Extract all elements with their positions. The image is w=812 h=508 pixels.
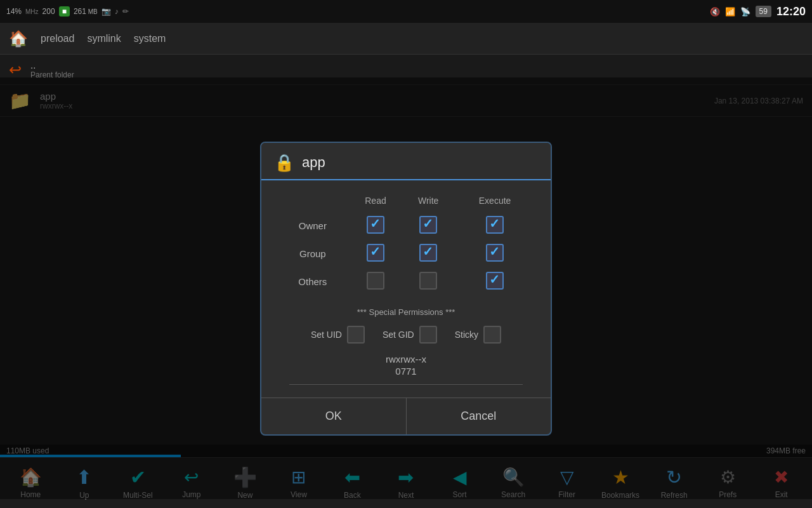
owner-execute-cell[interactable]: [454, 212, 535, 240]
file-area: ↩ .. Parent folder 📁 app rwxrwx--x Jan 1…: [0, 55, 812, 444]
mhz-value: 200: [43, 7, 55, 16]
owner-read-cell[interactable]: [349, 212, 403, 240]
icon-1: 📷: [102, 7, 111, 16]
group-read-cell[interactable]: [349, 240, 403, 268]
group-execute-checkbox[interactable]: [486, 244, 504, 262]
group-read-checkbox[interactable]: [367, 244, 384, 262]
nav-system[interactable]: system: [134, 33, 166, 44]
mhz-label: MHz: [25, 8, 39, 15]
setuid-label: Set UID: [311, 330, 342, 340]
others-row: Others: [277, 268, 535, 296]
wifi-icon: 📶: [725, 7, 735, 17]
dialog-buttons: OK Cancel: [261, 398, 551, 434]
ok-button[interactable]: OK: [261, 398, 406, 434]
owner-write-cell[interactable]: [402, 212, 454, 240]
setgid-label: Set GID: [383, 330, 414, 340]
sticky-item[interactable]: Sticky: [455, 326, 501, 344]
setgid-checkbox[interactable]: [419, 326, 437, 344]
owner-write-checkbox[interactable]: [419, 216, 437, 234]
icon-3: ✏: [122, 7, 129, 16]
owner-row: Owner: [277, 212, 535, 240]
owner-execute-checkbox[interactable]: [486, 216, 504, 234]
nav-preload[interactable]: preload: [41, 33, 74, 44]
parent-folder-icon: ↩: [9, 61, 22, 79]
dialog-body: Read Write Execute Owner: [261, 180, 551, 398]
ram-indicator: ■: [59, 6, 70, 17]
others-label: Others: [277, 268, 349, 296]
owner-read-checkbox[interactable]: [367, 216, 384, 234]
owner-label: Owner: [277, 212, 349, 240]
special-perms-title: *** Special Permissions ***: [277, 307, 535, 317]
others-execute-cell[interactable]: [454, 268, 535, 296]
group-label: Group: [277, 240, 349, 268]
setuid-checkbox[interactable]: [347, 326, 365, 344]
setuid-item[interactable]: Set UID: [311, 326, 365, 344]
permissions-table: Read Write Execute Owner: [277, 193, 535, 296]
dialog-title: app: [302, 154, 325, 171]
mute-icon: 🔇: [710, 7, 720, 17]
status-left: 14% MHz 200 ■ 261 MB 📷 ♪ ✏: [6, 6, 129, 17]
perm-code: rwxrwx--x: [277, 354, 535, 364]
special-perms-row: Set UID Set GID Sticky: [277, 326, 535, 344]
cancel-button[interactable]: Cancel: [407, 398, 551, 434]
signal-icon: 📡: [740, 7, 750, 17]
group-write-cell[interactable]: [402, 240, 454, 268]
cpu-percent: 14%: [6, 7, 22, 16]
parent-folder-dots: ..: [30, 60, 74, 70]
col-write: Write: [402, 193, 454, 212]
parent-folder-info: .. Parent folder: [30, 60, 74, 79]
others-write-cell[interactable]: [402, 268, 454, 296]
permissions-dialog: 🔒 app Read Write Execute: [260, 142, 552, 436]
perm-octal: 0771: [277, 366, 535, 377]
battery-indicator: 59: [756, 6, 771, 17]
status-right: 🔇 📶 📡 59 12:20: [710, 5, 806, 18]
sticky-label: Sticky: [455, 330, 478, 340]
others-read-checkbox[interactable]: [367, 272, 384, 290]
dialog-divider: [289, 384, 523, 385]
home-nav-icon: 🏠: [9, 30, 28, 48]
icon-2: ♪: [115, 7, 119, 16]
status-bar: 14% MHz 200 ■ 261 MB 📷 ♪ ✏ 🔇 📶 📡 59 12:2…: [0, 0, 812, 23]
others-execute-checkbox[interactable]: [486, 272, 504, 290]
setgid-item[interactable]: Set GID: [383, 326, 437, 344]
dialog-header: 🔒 app: [261, 143, 551, 180]
lock-icon: 🔒: [274, 153, 294, 173]
group-execute-cell[interactable]: [454, 240, 535, 268]
col-execute: Execute: [454, 193, 535, 212]
ram-value: 261 MB: [74, 7, 98, 16]
modal-overlay: 🔒 app Read Write Execute: [0, 77, 812, 499]
nav-symlink[interactable]: symlink: [87, 33, 121, 44]
others-write-checkbox[interactable]: [419, 272, 437, 290]
group-write-checkbox[interactable]: [419, 244, 437, 262]
group-row: Group: [277, 240, 535, 268]
sticky-checkbox[interactable]: [483, 326, 501, 344]
clock: 12:20: [776, 5, 806, 18]
nav-bar: 🏠 preload symlink system: [0, 23, 812, 55]
col-read: Read: [349, 193, 403, 212]
others-read-cell[interactable]: [349, 268, 403, 296]
